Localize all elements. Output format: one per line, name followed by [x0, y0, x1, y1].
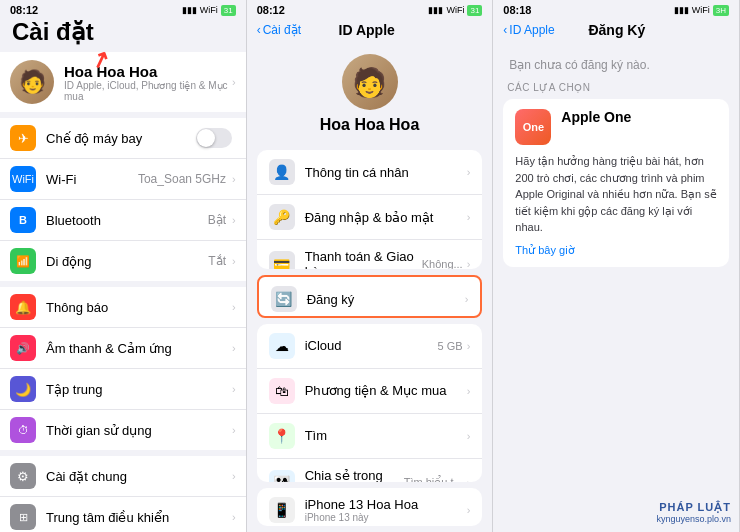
- panel-settings: 08:12 ▮▮▮ WiFi 31 Cài đặt 🧑 Hoa Hoa Hoa …: [0, 0, 247, 532]
- subscriptions-highlighted[interactable]: 🔄 Đăng ký ›: [257, 275, 483, 317]
- nav-title-2: ID Apple: [339, 22, 395, 38]
- focus-label: Tập trung: [46, 382, 232, 397]
- findmy-chevron: ›: [467, 430, 471, 442]
- family-label: Chia sẻ trong gia đình: [305, 468, 404, 482]
- status-bar-2: 08:12 ▮▮▮ WiFi 31: [247, 0, 493, 18]
- apple-one-badge: One: [515, 109, 551, 145]
- control-icon: ⊞: [10, 504, 36, 530]
- subscriptions-label: Đăng ký: [307, 292, 465, 307]
- back-chevron-2: ‹: [257, 23, 261, 37]
- family-item[interactable]: 👨‍👩‍👧 Chia sẻ trong gia đình Tìm hiểu t.…: [257, 459, 483, 482]
- bluetooth-right: Bật ›: [208, 213, 236, 227]
- menu-group-2: ☁ iCloud 5 GB › 🛍 Phương tiện & Mục mua …: [257, 324, 483, 482]
- airplane-row[interactable]: ✈ Chế độ máy bay: [0, 118, 246, 159]
- findmy-item[interactable]: 📍 Tìm ›: [257, 414, 483, 459]
- wifi-icon: WiFi: [200, 5, 218, 15]
- icloud-icon: ☁: [269, 333, 295, 359]
- cellular-row[interactable]: 📶 Di động Tắt ›: [0, 241, 246, 281]
- status-bar-1: 08:12 ▮▮▮ WiFi 31: [0, 0, 246, 18]
- purchases-item[interactable]: 🛍 Phương tiện & Mục mua ›: [257, 369, 483, 414]
- option-badge-text: One: [523, 121, 544, 133]
- option-title-wrap: Apple One: [561, 109, 631, 125]
- device-label: iPhone 13 Hoa Hoa: [305, 497, 467, 512]
- option-title: Apple One: [561, 109, 631, 125]
- focus-icon: 🌙: [10, 376, 36, 402]
- options-section: CÁC LỰA CHỌN One Apple One Hãy tận hưởng…: [493, 82, 739, 267]
- wifi-icon-3: WiFi: [692, 5, 710, 15]
- general-label: Cài đặt chung: [46, 469, 232, 484]
- signal-icon-2: ▮▮▮: [428, 5, 443, 15]
- subscriptions-icon: 🔄: [271, 286, 297, 312]
- panel-apple-id: 08:12 ▮▮▮ WiFi 31 ‹ Cài đặt ID Apple 🧑 H…: [247, 0, 494, 532]
- time-1: 08:12: [10, 4, 38, 16]
- purchases-chevron: ›: [467, 385, 471, 397]
- status-icons-1: ▮▮▮ WiFi 31: [182, 5, 236, 16]
- airplane-label: Chế độ máy bay: [46, 131, 196, 146]
- family-icon: 👨‍👩‍👧: [269, 470, 295, 482]
- wifi-settings-icon: WiFi: [10, 166, 36, 192]
- notifications-row[interactable]: 🔔 Thông báo ›: [0, 287, 246, 328]
- sound-row[interactable]: 🔊 Âm thanh & Cảm ứng ›: [0, 328, 246, 369]
- bluetooth-chevron: ›: [232, 214, 236, 226]
- general-row[interactable]: ⚙ Cài đặt chung ›: [0, 456, 246, 497]
- battery-label-2: 31: [467, 5, 482, 16]
- apps-section: 🔔 Thông báo › 🔊 Âm thanh & Cảm ứng › 🌙 T…: [0, 287, 246, 450]
- general-chevron: ›: [232, 470, 236, 482]
- profile-row[interactable]: 🧑 Hoa Hoa Hoa ID Apple, iCloud, Phương t…: [0, 52, 246, 112]
- panel-subscriptions: 08:18 ▮▮▮ WiFi 3H ‹ ID Apple Đăng Ký Bạn…: [493, 0, 740, 532]
- watermark: PHÁP LUẬT kynguyenso.plo.vn: [656, 501, 731, 524]
- airplane-content: Chế độ máy bay: [46, 131, 196, 146]
- screentime-chevron: ›: [232, 424, 236, 436]
- time-3: 08:18: [503, 4, 531, 16]
- device-item[interactable]: 📱 iPhone 13 Hoa Hoa iPhone 13 này ›: [257, 488, 483, 526]
- screentime-row[interactable]: ⏱ Thời gian sử dụng ›: [0, 410, 246, 450]
- menu-group-1: 👤 Thông tin cá nhân › 🔑 Đăng nhập & bảo …: [257, 150, 483, 269]
- wifi-chevron: ›: [232, 173, 236, 185]
- bluetooth-row[interactable]: B Bluetooth Bật ›: [0, 200, 246, 241]
- cellular-icon: 📶: [10, 248, 36, 274]
- not-registered-text: Bạn chưa có đăng ký nào.: [493, 44, 739, 82]
- device-icon: 📱: [269, 497, 295, 523]
- notifications-icon: 🔔: [10, 294, 36, 320]
- settings-header: Cài đặt: [0, 18, 246, 52]
- payment-chevron: ›: [467, 258, 471, 269]
- subscriptions-item[interactable]: 🔄 Đăng ký ›: [259, 277, 481, 317]
- options-label: CÁC LỰA CHỌN: [503, 82, 729, 93]
- personal-info-item[interactable]: 👤 Thông tin cá nhân ›: [257, 150, 483, 195]
- back-label-2: Cài đặt: [263, 23, 301, 37]
- wifi-row[interactable]: WiFi Wi-Fi Toa_Soan 5GHz ›: [0, 159, 246, 200]
- nav-title-3: Đăng Ký: [588, 22, 645, 38]
- signin-item[interactable]: 🔑 Đăng nhập & bảo mật ›: [257, 195, 483, 240]
- device-subtitle: iPhone 13 này: [305, 512, 467, 523]
- back-button-2[interactable]: ‹ Cài đặt: [257, 23, 301, 37]
- time-2: 08:12: [257, 4, 285, 16]
- control-row[interactable]: ⊞ Trung tâm điều khiển ›: [0, 497, 246, 532]
- payment-item[interactable]: 💳 Thanh toán & Giao hàng Không... ›: [257, 240, 483, 269]
- wifi-right: Toa_Soan 5GHz ›: [138, 172, 236, 186]
- general-section: ⚙ Cài đặt chung › ⊞ Trung tâm điều khiển…: [0, 456, 246, 532]
- back-button-3[interactable]: ‹ ID Apple: [503, 23, 554, 37]
- purchases-icon: 🛍: [269, 378, 295, 404]
- profile-name-large: Hoa Hoa Hoa: [320, 116, 420, 134]
- sound-chevron: ›: [232, 342, 236, 354]
- airplane-toggle[interactable]: [196, 128, 232, 148]
- back-label-3: ID Apple: [509, 23, 554, 37]
- icloud-item[interactable]: ☁ iCloud 5 GB ›: [257, 324, 483, 369]
- icloud-label: iCloud: [305, 338, 438, 353]
- bluetooth-value: Bật: [208, 213, 226, 227]
- personal-icon: 👤: [269, 159, 295, 185]
- device-chevron: ›: [467, 504, 471, 516]
- device-section: 📱 iPhone 13 Hoa Hoa iPhone 13 này ›: [257, 488, 483, 526]
- option-desc: Hãy tận hưởng hàng triệu bài hát, hơn 20…: [515, 153, 717, 236]
- chevron-icon: ›: [232, 76, 236, 88]
- signin-chevron: ›: [467, 211, 471, 223]
- bluetooth-label: Bluetooth: [46, 213, 208, 228]
- nav-bar-2: ‹ Cài đặt ID Apple: [247, 18, 493, 44]
- notifications-label: Thông báo: [46, 300, 232, 315]
- focus-row[interactable]: 🌙 Tập trung ›: [0, 369, 246, 410]
- screentime-icon: ⏱: [10, 417, 36, 443]
- sound-label: Âm thanh & Cảm ứng: [46, 341, 232, 356]
- wifi-content: Wi-Fi: [46, 172, 138, 187]
- option-link[interactable]: Thử bây giờ: [515, 244, 717, 257]
- apple-one-card[interactable]: One Apple One Hãy tận hưởng hàng triệu b…: [503, 99, 729, 267]
